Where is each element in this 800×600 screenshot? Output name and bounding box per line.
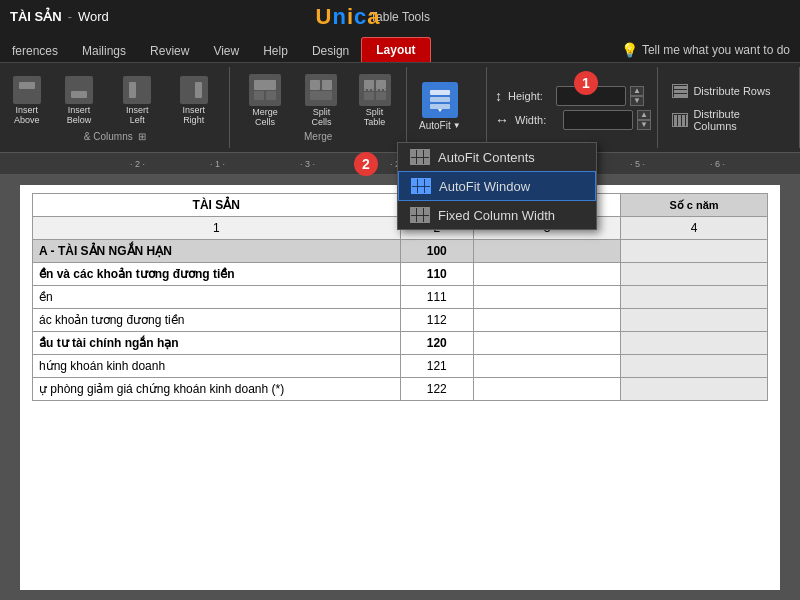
doc-title: TÀI SẢN [10,9,62,24]
insert-below-button[interactable]: Insert Below [50,71,109,131]
svg-rect-25 [674,115,677,127]
merge-buttons: Merge Cells Split Cells [236,71,400,131]
document-area: TÀI SẢN Mã số Thuyết minh Số c năm 1 [0,175,800,600]
tell-me-bar[interactable]: 💡 Tell me what you want to do [621,42,790,62]
tab-view[interactable]: View [201,40,251,62]
distribute-columns-button[interactable]: Distribute Columns [666,105,791,135]
split-cells-icon [305,74,337,106]
svg-rect-6 [186,82,193,98]
fixed-column-width-item[interactable]: Fixed Column Width [398,201,596,229]
width-increment-button[interactable]: ▲ [637,110,651,120]
svg-rect-24 [674,94,688,97]
insert-left-icon [123,76,151,104]
title-bar: TÀI SẢN - Word Table Tools Unica [0,0,800,33]
step-badge-2: 2 [354,152,378,176]
distribute-rows-button[interactable]: Distribute Rows [666,81,791,101]
dropdown-arrow-icon: ▼ [453,121,461,130]
svg-rect-14 [364,80,374,89]
autofit-button-area: AutoFit ▼ [413,71,480,142]
svg-rect-22 [674,86,688,89]
table-row: A - TÀI SẢN NGẮN HẠN 100 [33,240,768,263]
svg-rect-23 [674,90,688,93]
tab-bar: ferences Mailings Review View Help Desig… [0,33,800,63]
width-spinner: ▲ ▼ [637,110,651,130]
table-row: hứng khoán kinh doanh 121 [33,355,768,378]
split-cells-button[interactable]: Split Cells [297,71,346,131]
tab-design[interactable]: Design [300,40,361,62]
svg-rect-0 [19,82,35,89]
merge-cells-button[interactable]: Merge Cells [236,71,293,131]
svg-rect-5 [138,82,145,98]
width-icon: ↔ [495,112,509,128]
svg-rect-3 [71,91,87,98]
tab-help[interactable]: Help [251,40,300,62]
rows-cols-group: InsertAbove Insert Below [0,67,230,148]
svg-rect-19 [430,90,450,95]
autofit-contents-icon [410,149,430,165]
lightbulb-icon: 💡 [621,42,638,58]
table-row: ầu tư tài chính ngắn hạn 120 [33,332,768,355]
distribute-columns-icon [672,113,688,127]
svg-rect-2 [71,82,87,89]
svg-rect-17 [364,92,374,100]
svg-rect-10 [266,91,276,100]
split-table-icon [359,74,391,106]
distribute-group: Distribute Rows Distribute Columns [658,67,800,148]
width-input[interactable] [563,110,633,130]
svg-rect-15 [376,80,386,89]
svg-rect-9 [254,91,264,100]
width-row: ↔ Width: ▲ ▼ [495,110,649,130]
document-page: TÀI SẢN Mã số Thuyết minh Số c năm 1 [20,185,780,590]
autofit-dropdown: AutoFit Contents AutoFit Window Fixed Co… [397,142,597,230]
autofit-window-item[interactable]: AutoFit Window [398,171,596,201]
tab-layout[interactable]: Layout [361,37,430,62]
svg-rect-4 [129,82,136,98]
svg-rect-21 [430,104,450,109]
insert-right-icon [180,76,208,104]
table-row: ự phòng giảm giá chứng khoán kinh doanh … [33,378,768,401]
unica-logo: Unica [316,4,381,30]
autofit-window-icon [411,178,431,194]
autofit-button[interactable]: AutoFit ▼ [413,71,467,142]
merge-group: Merge Cells Split Cells [230,67,407,148]
insert-below-icon [65,76,93,104]
autofit-icon [422,82,458,118]
svg-rect-7 [195,82,202,98]
svg-rect-26 [678,115,681,127]
tab-references[interactable]: ferences [0,40,70,62]
rows-cols-buttons: InsertAbove Insert Below [8,71,221,131]
svg-rect-1 [19,91,35,98]
svg-rect-27 [682,115,685,127]
header-year: Số c năm [621,194,768,217]
svg-rect-11 [310,80,320,90]
height-decrement-button[interactable]: ▼ [630,96,644,106]
step-badge-1: 1 [574,71,598,95]
height-row: ↕ Height: ▲ ▼ [495,86,649,106]
split-table-button[interactable]: Split Table [349,71,400,131]
insert-left-button[interactable]: Insert Left [112,71,161,131]
svg-rect-18 [376,92,386,100]
fixed-column-width-icon [410,207,430,223]
insert-right-button[interactable]: Insert Right [166,71,221,131]
autofit-contents-item[interactable]: AutoFit Contents [398,143,596,171]
tab-mailings[interactable]: Mailings [70,40,138,62]
insert-above-icon [13,76,41,104]
svg-rect-13 [310,91,332,100]
height-icon: ↕ [495,88,502,104]
merge-cells-icon [249,74,281,106]
height-spinner: ▲ ▼ [630,86,644,106]
svg-rect-8 [254,80,276,90]
table-row: ác khoản tương đương tiền 112 [33,309,768,332]
table-row: ền và các khoản tương đương tiền 110 [33,263,768,286]
merge-group-label: Merge [236,131,400,144]
app-name: Word [78,9,109,24]
cell-size-group: ↕ Height: ▲ ▼ ↔ Width: ▲ ▼ [487,67,658,148]
width-decrement-button[interactable]: ▼ [637,120,651,130]
rows-cols-expand-icon[interactable]: ⊞ [138,131,146,142]
table-row: ền 111 [33,286,768,309]
svg-rect-20 [430,97,450,102]
tab-review[interactable]: Review [138,40,201,62]
insert-above-button[interactable]: InsertAbove [8,71,46,131]
height-increment-button[interactable]: ▲ [630,86,644,96]
ribbon: InsertAbove Insert Below [0,63,800,153]
